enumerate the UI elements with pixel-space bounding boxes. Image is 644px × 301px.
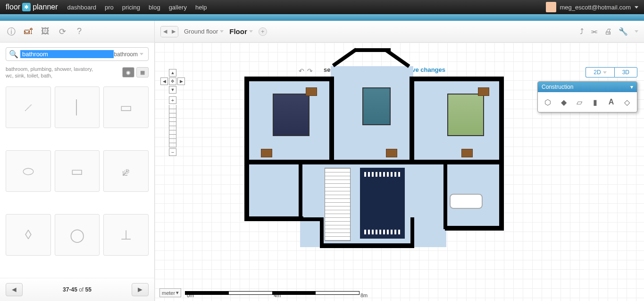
user-menu[interactable]: meg_escott@hotmail.com <box>546 2 638 12</box>
catalog-grid: ⟋ │ ▭ ⬭ ▭ ⸙ ◊ ◯ ⊥ <box>0 83 154 278</box>
caret-down-icon[interactable] <box>635 30 638 33</box>
sidebar: ⓘ 🛋 🖼 ⟳ ? 🔍 bathroom bathroom, plumbing,… <box>0 21 155 301</box>
tags-row: bathroom, plumbing, shower, lavatory, wc… <box>0 66 154 83</box>
view-3d-button[interactable]: 3D <box>614 67 637 77</box>
next-page-button[interactable]: ► <box>132 283 149 296</box>
scale-bar: meter ▾ <box>159 288 360 297</box>
wall-tool-icon[interactable]: ◆ <box>558 96 570 108</box>
pagination: ◄ 37-45 of 55 ► <box>0 278 154 301</box>
avatar <box>546 2 556 12</box>
surface-tool-icon[interactable]: ▱ <box>573 96 585 108</box>
floor-level-label: Ground floor <box>184 28 218 35</box>
logo-text-right: planner <box>33 3 58 11</box>
add-floor-button[interactable]: + <box>259 27 267 36</box>
scale-ruler <box>185 291 360 295</box>
search-icon: 🔍 <box>9 50 18 59</box>
sync-icon[interactable]: ⟳ <box>57 26 68 37</box>
sidebar-toolbar: ⓘ 🛋 🖼 ⟳ ? <box>0 21 154 43</box>
prev-page-button[interactable]: ◄ <box>6 283 23 296</box>
view-3d-thumb[interactable]: ◉ <box>122 67 134 77</box>
pan-center[interactable]: ✥ <box>169 77 176 85</box>
search-row: 🔍 bathroom <box>0 43 154 66</box>
catalog-item-faucet[interactable]: │ <box>55 86 100 128</box>
construction-panel: Construction ▾ ⬡ ◆ ▱ ▮ A ◇ <box>537 81 637 112</box>
logo-icon: ✱ <box>22 3 31 11</box>
nav-help[interactable]: help <box>195 4 207 11</box>
pan-zoom-controls: ▲ ◀ ✥ ▶ ▼ + − <box>160 69 185 157</box>
dimension-tool-icon[interactable]: ◇ <box>621 96 633 108</box>
catalog-item-mirror[interactable]: ◊ <box>6 214 51 256</box>
caret-down-icon <box>140 53 143 55</box>
canvas-toolbar: ◀ ▶ Ground floor Floor + ⤴ ⫘ 🖨 🔧 <box>155 21 644 43</box>
view-2d-label: 2D <box>594 69 601 76</box>
print-icon[interactable]: 🖨 <box>604 27 612 36</box>
nav-dashboard[interactable]: dashboard <box>67 4 96 11</box>
floorplan[interactable] <box>244 61 513 260</box>
door-tool-icon[interactable]: ▮ <box>589 96 602 108</box>
pan-right[interactable]: ▶ <box>177 77 185 85</box>
top-navigation: floor ✱ planner dashboard pro pricing bl… <box>0 0 644 14</box>
filter-label: bathroom <box>114 51 138 58</box>
user-email: meg_escott@hotmail.com <box>560 4 631 11</box>
catalog-item-bathtub[interactable]: ▭ <box>103 86 149 128</box>
nav-pro[interactable]: pro <box>105 4 114 11</box>
filter-dropdown[interactable]: bathroom <box>114 51 145 58</box>
caret-down-icon <box>635 6 638 9</box>
canvas-area: ◀ ▶ Ground floor Floor + ⤴ ⫘ 🖨 🔧 <box>155 21 644 301</box>
page-total: 55 <box>85 286 92 293</box>
logo[interactable]: floor ✱ planner <box>6 3 58 11</box>
caret-down-icon <box>220 30 224 33</box>
images-icon[interactable]: 🖼 <box>40 26 51 37</box>
canvas[interactable]: ▲ ◀ ✥ ▶ ▼ + − ↶ ↷ second design <box>155 43 644 301</box>
page-range: 37-45 <box>63 286 77 293</box>
caret-down-icon <box>249 30 253 33</box>
pan-down[interactable]: ▼ <box>169 86 176 94</box>
page-of: of <box>79 286 84 293</box>
unit-dropdown[interactable]: meter ▾ <box>159 288 181 297</box>
view-mode-toggle: 2D 3D <box>585 67 637 77</box>
search-input[interactable] <box>20 50 114 58</box>
furniture-icon[interactable]: 🛋 <box>23 26 34 37</box>
pan-up[interactable]: ▲ <box>169 69 176 77</box>
caret-down-icon <box>603 71 607 74</box>
catalog-item-urinal[interactable]: ◯ <box>55 214 100 256</box>
nav-links: dashboard pro pricing blog gallery help <box>67 4 207 11</box>
tags-text: bathroom, plumbing, shower, lavatory, wc… <box>6 66 100 79</box>
zoom-slider[interactable] <box>169 105 176 147</box>
search-box: 🔍 bathroom <box>6 47 149 61</box>
catalog-item-drain[interactable]: ⟋ <box>6 86 51 128</box>
floor-name-dropdown[interactable]: Floor <box>229 27 253 35</box>
construction-tools: ⬡ ◆ ▱ ▮ A ◇ <box>538 92 637 112</box>
page-info: 37-45 of 55 <box>63 286 92 293</box>
catalog-item-sink[interactable]: ⊥ <box>103 214 149 256</box>
nav-gallery[interactable]: gallery <box>169 4 187 11</box>
help-icon[interactable]: ? <box>74 26 85 37</box>
nav-forward[interactable]: ▶ <box>169 26 178 37</box>
collapse-icon[interactable]: ▾ <box>630 84 633 90</box>
nav-blog[interactable]: blog <box>149 4 160 11</box>
view-2d-thumb[interactable]: ▦ <box>136 67 149 77</box>
zoom-in[interactable]: + <box>169 96 176 104</box>
room-tool-icon[interactable]: ⬡ <box>542 96 554 108</box>
construction-header[interactable]: Construction ▾ <box>538 82 637 92</box>
catalog-item-shower[interactable]: ⸙ <box>103 150 149 192</box>
nav-back[interactable]: ◀ <box>161 26 169 37</box>
logo-text-left: floor <box>6 3 20 11</box>
pan-left[interactable]: ◀ <box>160 77 168 85</box>
export-icon[interactable]: ⤴ <box>580 27 584 36</box>
settings-icon[interactable]: 🔧 <box>619 27 628 36</box>
catalog-item-tub-modern[interactable]: ▭ <box>55 150 100 192</box>
nav-pricing[interactable]: pricing <box>122 4 140 11</box>
floor-name-label: Floor <box>229 27 247 35</box>
info-icon[interactable]: ⓘ <box>6 26 17 37</box>
text-tool-icon[interactable]: A <box>605 96 618 108</box>
floor-level-dropdown[interactable]: Ground floor <box>184 28 224 35</box>
view-toggle: ◉ ▦ <box>122 67 149 77</box>
view-2d-button[interactable]: 2D <box>585 67 614 77</box>
catalog-item-tub-oval[interactable]: ⬭ <box>6 150 51 192</box>
zoom-out[interactable]: − <box>169 148 176 156</box>
construction-title: Construction <box>542 84 573 90</box>
history-nav: ◀ ▶ <box>160 26 178 37</box>
share-icon[interactable]: ⫘ <box>590 27 598 36</box>
accent-bar <box>0 14 644 21</box>
